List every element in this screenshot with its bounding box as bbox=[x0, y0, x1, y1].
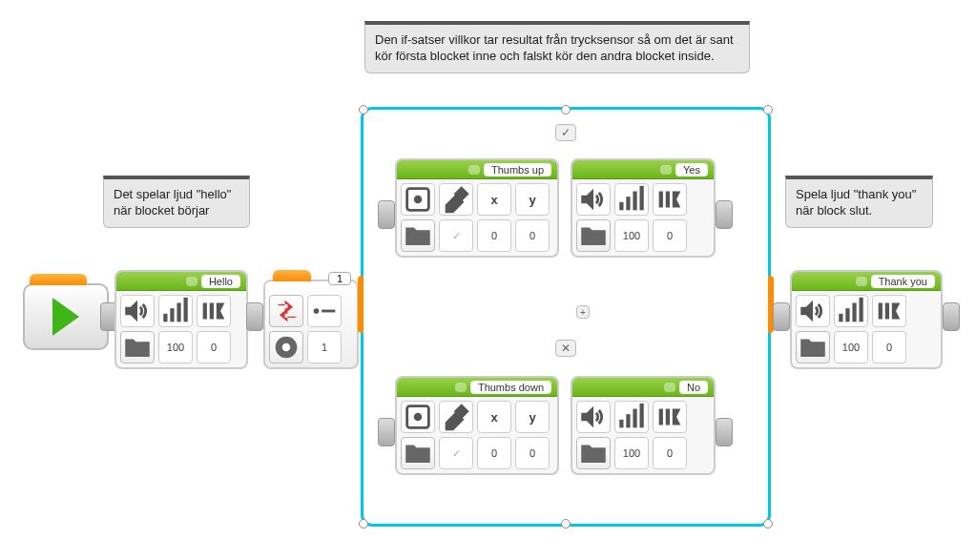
svg-rect-25 bbox=[640, 404, 644, 428]
connector bbox=[246, 302, 263, 331]
display-block-thumbs-up[interactable]: Thumbs up x y ✓ 0 0 bbox=[395, 158, 559, 258]
svg-rect-2 bbox=[177, 303, 180, 322]
svg-rect-1 bbox=[170, 308, 174, 321]
resize-handle[interactable] bbox=[561, 519, 571, 529]
play-type-icon bbox=[653, 183, 687, 216]
volume-value[interactable]: 100 bbox=[614, 437, 649, 469]
svg-rect-18 bbox=[666, 192, 670, 208]
svg-point-6 bbox=[314, 308, 320, 314]
start-block[interactable] bbox=[23, 283, 109, 350]
svg-rect-23 bbox=[626, 414, 630, 427]
speaker-icon bbox=[576, 401, 611, 433]
resize-handle[interactable] bbox=[359, 519, 368, 529]
case-false-tab[interactable]: ✕ bbox=[555, 340, 576, 357]
display-icon bbox=[401, 183, 435, 216]
image-file-label: Thumbs down bbox=[470, 381, 551, 394]
svg-rect-24 bbox=[633, 409, 636, 428]
x-label: x bbox=[477, 183, 511, 216]
svg-rect-5 bbox=[210, 303, 214, 320]
volume-icon bbox=[158, 295, 193, 327]
svg-point-20 bbox=[414, 413, 423, 422]
sensor-state-value[interactable]: 1 bbox=[307, 331, 342, 363]
speaker-icon bbox=[120, 295, 155, 327]
connector bbox=[716, 200, 733, 229]
svg-rect-17 bbox=[659, 192, 663, 208]
connector-end bbox=[943, 302, 960, 331]
folder-button[interactable] bbox=[120, 331, 155, 363]
svg-rect-3 bbox=[184, 298, 188, 322]
x-value[interactable]: 0 bbox=[477, 437, 511, 469]
volume-value[interactable]: 100 bbox=[834, 331, 868, 363]
folder-button[interactable] bbox=[576, 437, 611, 469]
sound-file-label: Thank you bbox=[871, 275, 935, 288]
block-header: Yes bbox=[572, 160, 714, 179]
svg-rect-26 bbox=[659, 409, 663, 425]
port-label[interactable]: 1 bbox=[328, 272, 351, 285]
speaker-icon bbox=[796, 295, 830, 327]
speaker-icon bbox=[576, 183, 611, 216]
volume-value[interactable]: 100 bbox=[158, 331, 193, 363]
sound-block-hello[interactable]: Hello 100 0 bbox=[114, 270, 248, 369]
block-header: Thumbs up bbox=[397, 160, 557, 179]
clear-value[interactable]: ✓ bbox=[439, 437, 473, 469]
volume-value[interactable]: 100 bbox=[614, 219, 649, 252]
play-type-value[interactable]: 0 bbox=[653, 437, 687, 469]
resize-handle[interactable] bbox=[763, 519, 773, 529]
cross-icon: ✕ bbox=[561, 342, 571, 355]
svg-rect-14 bbox=[626, 197, 630, 210]
comment-top: Den if-satser villkor tar resultat från … bbox=[364, 21, 750, 73]
y-value[interactable]: 0 bbox=[515, 437, 550, 469]
volume-icon bbox=[834, 295, 868, 327]
play-type-value[interactable]: 0 bbox=[872, 331, 906, 363]
play-type-value[interactable]: 0 bbox=[653, 219, 687, 252]
sensor-type-button[interactable] bbox=[269, 331, 303, 363]
play-icon bbox=[52, 298, 79, 336]
svg-rect-30 bbox=[852, 303, 856, 322]
case-true-tab[interactable]: ✓ bbox=[555, 124, 576, 141]
block-header: Hello bbox=[116, 272, 246, 291]
folder-button[interactable] bbox=[401, 219, 435, 252]
sound-block-thankyou[interactable]: Thank you 100 0 bbox=[790, 270, 943, 369]
sound-block-yes[interactable]: Yes 100 0 bbox=[571, 158, 716, 258]
svg-rect-31 bbox=[860, 298, 863, 322]
switch-sensor-block[interactable]: 1 1 bbox=[263, 280, 359, 369]
clear-icon bbox=[439, 401, 473, 433]
resize-handle[interactable] bbox=[359, 105, 368, 114]
svg-rect-29 bbox=[845, 308, 849, 321]
add-case-tab[interactable]: + bbox=[576, 305, 590, 319]
svg-rect-15 bbox=[633, 192, 636, 211]
svg-point-9 bbox=[282, 343, 291, 352]
clear-value[interactable]: ✓ bbox=[439, 219, 473, 252]
connector bbox=[378, 200, 395, 229]
folder-button[interactable] bbox=[401, 437, 435, 469]
play-type-value[interactable]: 0 bbox=[197, 331, 231, 363]
resize-handle[interactable] bbox=[763, 105, 773, 114]
connector bbox=[716, 418, 733, 446]
svg-rect-27 bbox=[666, 409, 670, 425]
resize-handle[interactable] bbox=[561, 105, 571, 114]
svg-rect-16 bbox=[640, 186, 644, 211]
y-value[interactable]: 0 bbox=[515, 219, 550, 252]
sound-block-no[interactable]: No 100 0 bbox=[571, 376, 716, 475]
folder-button[interactable] bbox=[576, 219, 611, 252]
block-header: Thumbs down bbox=[397, 378, 557, 397]
block-header: Thank you bbox=[792, 272, 941, 291]
svg-rect-0 bbox=[163, 314, 167, 322]
svg-rect-28 bbox=[839, 314, 842, 322]
y-label: y bbox=[515, 401, 550, 433]
x-value[interactable]: 0 bbox=[477, 219, 511, 252]
volume-icon bbox=[614, 401, 649, 433]
display-block-thumbs-down[interactable]: Thumbs down x y ✓ 0 0 bbox=[395, 376, 559, 475]
play-type-icon bbox=[197, 295, 231, 327]
switch-mode-button[interactable] bbox=[269, 295, 303, 327]
volume-icon bbox=[614, 183, 649, 216]
display-icon bbox=[401, 401, 435, 433]
sound-file-label: No bbox=[679, 381, 708, 394]
play-type-icon bbox=[653, 401, 687, 433]
connector bbox=[378, 418, 395, 446]
block-header: No bbox=[572, 378, 714, 397]
check-icon: ✓ bbox=[561, 126, 571, 139]
folder-button[interactable] bbox=[796, 331, 830, 363]
compare-icon bbox=[307, 295, 342, 327]
comment-right: Spela ljud "thank you" när block slut. bbox=[785, 176, 933, 228]
